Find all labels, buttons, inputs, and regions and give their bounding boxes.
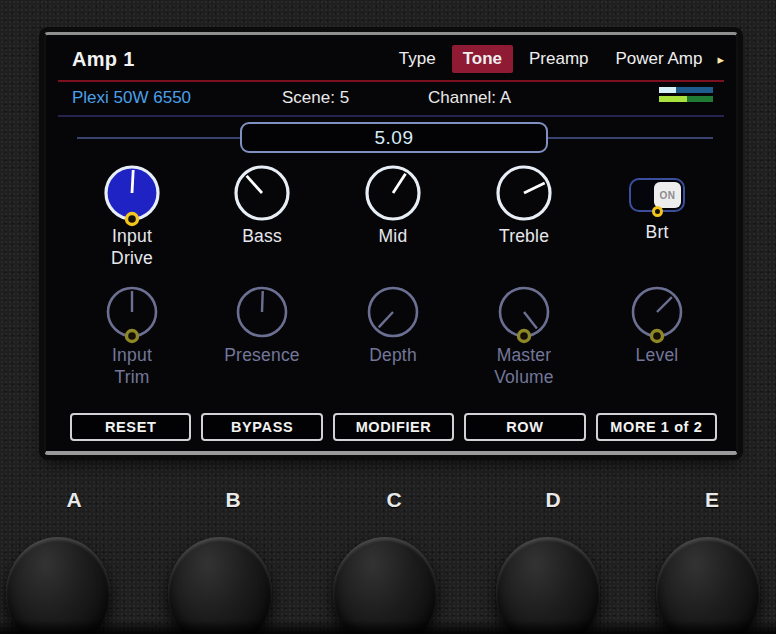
level-label-line: Level — [636, 344, 679, 366]
input-drive-label-line: Input — [111, 225, 153, 247]
mid-knob-icon[interactable] — [358, 162, 428, 232]
scene-indicator: Scene: 5 — [282, 88, 349, 108]
hw-knob-d[interactable] — [496, 537, 600, 634]
more-tabs-arrow-icon[interactable]: ▸ — [717, 52, 724, 67]
master-volume-modifier-indicator — [519, 331, 530, 342]
tab-preamp[interactable]: Preamp — [518, 45, 600, 73]
hw-knob-label-c: C — [372, 488, 416, 512]
treble-label-line: Treble — [499, 225, 549, 247]
level-label: Level — [636, 344, 679, 366]
depth-label: Depth — [369, 344, 417, 366]
depth-knob-icon[interactable] — [358, 281, 428, 351]
master-volume-label-line: Volume — [494, 366, 554, 388]
tab-type[interactable]: Type — [388, 45, 447, 73]
master-volume-label-line: Master — [494, 344, 554, 366]
brt-toggle[interactable]: ON — [629, 178, 685, 212]
input-trim-knob-icon[interactable] — [97, 281, 167, 351]
input-trim-control[interactable]: InputTrim — [67, 281, 197, 388]
hw-knob-e[interactable] — [656, 537, 760, 634]
hw-knob-label-b: B — [211, 488, 255, 512]
input-drive-label: InputDrive — [111, 225, 153, 269]
presence-knob-icon[interactable] — [227, 281, 297, 351]
hw-knob-label-a: A — [52, 488, 96, 512]
presence-control[interactable]: Presence — [197, 281, 327, 366]
mid-control[interactable]: Mid — [328, 162, 458, 247]
level-control[interactable]: Level — [592, 281, 722, 366]
brt-toggle-state: ON — [654, 182, 681, 208]
master-volume-knob-icon[interactable] — [489, 281, 559, 351]
modifier-button[interactable]: MODIFIER — [333, 413, 454, 441]
status-separator — [58, 115, 724, 117]
lcd-screen: Amp 1 TypeTonePreampPower Amp ▸ Plexi 50… — [44, 32, 738, 455]
header-separator — [58, 80, 724, 82]
mid-label: Mid — [379, 225, 408, 247]
tab-tone[interactable]: Tone — [452, 45, 513, 73]
meter-bar-1 — [659, 87, 713, 93]
depth-control[interactable]: Depth — [328, 281, 458, 366]
level-meters — [659, 87, 713, 105]
bass-label-line: Bass — [242, 225, 282, 247]
parameter-value: 5.09 — [375, 127, 414, 149]
hw-knob-b[interactable] — [168, 537, 272, 634]
bass-control[interactable]: Bass — [197, 162, 327, 247]
brt-label: Brt — [646, 221, 669, 243]
hw-knob-label-d: D — [531, 488, 575, 512]
master-volume-label: MasterVolume — [494, 344, 554, 388]
level-modifier-indicator — [652, 331, 663, 342]
input-trim-modifier-indicator — [127, 331, 138, 342]
input-drive-modifier-indicator — [127, 214, 138, 225]
reset-button[interactable]: RESET — [70, 413, 191, 441]
level-knob-icon[interactable] — [622, 281, 692, 351]
input-trim-label-line: Trim — [112, 366, 152, 388]
status-row: Plexi 50W 6550 Scene: 5 Channel: A — [46, 86, 736, 112]
softkey-button-row: RESETBYPASSMODIFIERROWMORE 1 of 2 — [70, 413, 717, 441]
input-drive-control[interactable]: InputDrive — [67, 162, 197, 269]
tab-bar: TypeTonePreampPower Amp — [388, 45, 714, 73]
parameter-value-display[interactable]: 5.09 — [240, 122, 548, 153]
master-volume-control[interactable]: MasterVolume — [459, 281, 589, 388]
meter-bar-2 — [659, 96, 713, 102]
hw-knob-a[interactable] — [6, 537, 110, 634]
input-trim-label-line: Input — [112, 344, 152, 366]
row-button[interactable]: ROW — [464, 413, 585, 441]
bass-label: Bass — [242, 225, 282, 247]
treble-control[interactable]: Treble — [459, 162, 589, 247]
presence-label-line: Presence — [224, 344, 300, 366]
presence-label: Presence — [224, 344, 300, 366]
screen-header: Amp 1 TypeTonePreampPower Amp ▸ — [72, 45, 724, 73]
input-trim-label: InputTrim — [112, 344, 152, 388]
brt-label-line: Brt — [646, 221, 669, 243]
hw-knob-c[interactable] — [333, 537, 437, 634]
treble-knob-icon[interactable] — [489, 162, 559, 232]
more-button[interactable]: MORE 1 of 2 — [596, 413, 717, 441]
channel-indicator: Channel: A — [428, 88, 511, 108]
mid-label-line: Mid — [379, 225, 408, 247]
block-title: Amp 1 — [72, 48, 135, 71]
input-drive-label-line: Drive — [111, 247, 153, 269]
brt-control[interactable]: ONBrt — [592, 162, 722, 243]
hw-knob-label-e: E — [690, 488, 734, 512]
depth-label-line: Depth — [369, 344, 417, 366]
bypass-button[interactable]: BYPASS — [201, 413, 322, 441]
bass-knob-icon[interactable] — [227, 162, 297, 232]
brt-modifier-indicator — [652, 206, 663, 217]
input-drive-knob-icon[interactable] — [97, 162, 167, 232]
device-front-panel: Amp 1 TypeTonePreampPower Amp ▸ Plexi 50… — [0, 0, 776, 634]
treble-label: Treble — [499, 225, 549, 247]
tab-power-amp[interactable]: Power Amp — [605, 45, 714, 73]
amp-model-name: Plexi 50W 6550 — [72, 88, 191, 108]
